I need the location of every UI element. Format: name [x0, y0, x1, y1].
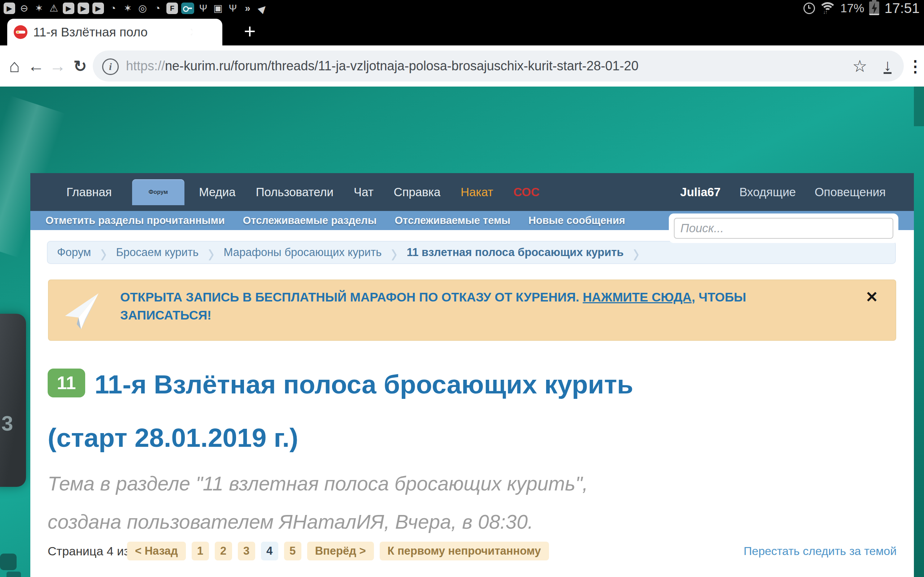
chevron-separator-icon: ›: [208, 236, 214, 269]
breadcrumb-marathons[interactable]: Марафоны бросающих курить: [224, 246, 382, 259]
status-clock: 17:51: [884, 0, 920, 16]
nav-item-glavnaya[interactable]: Главная: [66, 185, 112, 199]
pagination-buttons: < Назад 1 2 3 4 5 Вперёд > К первому неп…: [127, 542, 549, 561]
thread-title: 11-я Взлётная полоса бросающих курить (с…: [48, 358, 881, 464]
video-play-icon: ▶: [3, 3, 15, 14]
reload-button[interactable]: ↻: [69, 45, 91, 87]
page-button-1[interactable]: 1: [192, 542, 209, 561]
chevron-separator-icon: ›: [100, 236, 107, 269]
notification-icons: ▶ ⊖ ✶ ⚠ ▶ ▶ ▶ ◔ ✶ ◎ ◔ F Ψ ▣ Ψ » ▶: [0, 3, 268, 14]
banner-text-line2: ЗАПИСАТЬСЯ!: [120, 308, 212, 322]
nav-item-users[interactable]: Пользователи: [256, 185, 333, 199]
breadcrumb-forum[interactable]: Форум: [57, 246, 91, 259]
page-counter: Страница 4 из 5: [48, 542, 140, 561]
key-icon: [181, 3, 194, 14]
subnav-watched-forums[interactable]: Отслеживаемые разделы: [243, 214, 377, 226]
nav-left-group: Главная Форум Медиа Пользователи Чат Спр…: [30, 179, 560, 205]
marathon-banner: ОТКРЫТА ЗАПИСЬ В БЕСПЛАТНЫЙ МАРАФОН ПО О…: [48, 279, 896, 341]
subnav-watched-threads[interactable]: Отслеживаемые темы: [395, 214, 511, 226]
status-right-cluster: ↓↑ 17% 17:51: [803, 0, 920, 16]
home-button[interactable]: ⌂: [3, 45, 25, 87]
tab-title: 11-я Взлётная поло: [33, 25, 185, 39]
page-button-4-current[interactable]: 4: [261, 542, 278, 561]
nav-username[interactable]: Julia67: [680, 185, 721, 199]
nav-right-group: Julia67 Входящие Оповещения: [680, 185, 914, 199]
forum-main-nav: Главная Форум Медиа Пользователи Чат Спр…: [30, 173, 914, 211]
wallpaper-right-band: [914, 87, 924, 126]
address-bar[interactable]: i https://ne-kurim.ru/forum/threads/11-j…: [93, 50, 904, 82]
tab-title-fade: [171, 19, 200, 45]
nav-alerts[interactable]: Оповещения: [815, 185, 886, 199]
nav-item-sos[interactable]: СОС: [513, 185, 540, 199]
nav-item-nakat[interactable]: Накат: [460, 185, 493, 199]
search-input[interactable]: [674, 218, 893, 239]
url-scheme: https://: [126, 58, 165, 74]
horns-hand-icon: Ψ: [197, 3, 209, 14]
breadcrumb-current[interactable]: 11 взлетная полоса бросающих курить: [407, 246, 624, 259]
youtube-icon-3: ▶: [92, 3, 104, 14]
banner-close-icon[interactable]: ✕: [866, 288, 878, 306]
thread-subtitle-line2: создана пользователем ЯНаталИЯ, Вчера, в…: [48, 511, 533, 533]
nav-item-forum-active[interactable]: Форум: [132, 179, 185, 205]
thread-subtitle: Тема в разделе "11 взлетная полоса броса…: [48, 464, 881, 541]
flipboard-icon: F: [166, 3, 178, 14]
site-favicon-icon: [14, 25, 27, 39]
page-button-5[interactable]: 5: [284, 542, 301, 561]
battery-percent: 17%: [840, 2, 864, 15]
banner-text-post: , ЧТОБЫ: [691, 290, 746, 304]
nav-item-chat[interactable]: Чат: [354, 185, 373, 199]
browser-tab[interactable]: 11-я Взлётная поло ✕: [7, 19, 222, 45]
warning-icon: ⚠: [48, 3, 60, 14]
nav-inbox[interactable]: Входящие: [739, 185, 795, 199]
wallpaper-digit: 3: [2, 411, 13, 435]
fast-forward-icon: »: [242, 3, 254, 14]
horns-hand-icon-2: Ψ: [227, 3, 239, 14]
url-fade: [818, 52, 851, 80]
banner-link[interactable]: НАЖМИТЕ СЮДА: [583, 290, 691, 304]
twitch-icon: ▣: [212, 3, 224, 14]
download-arrow: ↓: [884, 58, 892, 74]
youtube-icon-2: ▶: [78, 3, 89, 14]
breadcrumb: Форум › Бросаем курить › Марафоны бросаю…: [47, 241, 896, 264]
download-icon[interactable]: ↓: [877, 50, 898, 82]
power-icon: ◎: [137, 3, 149, 14]
breadcrumb-quit-smoking[interactable]: Бросаем курить: [116, 246, 199, 259]
banner-text: ОТКРЫТА ЗАПИСЬ В БЕСПЛАТНЫЙ МАРАФОН ПО О…: [120, 288, 835, 324]
browser-tab-strip: 11-я Взлётная поло ✕ +: [0, 16, 924, 45]
page-info-icon[interactable]: i: [102, 58, 119, 75]
page-button-3[interactable]: 3: [238, 542, 255, 561]
android-status-bar: ▶ ⊖ ✶ ⚠ ▶ ▶ ▶ ◔ ✶ ◎ ◔ F Ψ ▣ Ψ » ▶ ↓↑ 17%: [0, 0, 924, 16]
next-page-button[interactable]: Вперёд >: [307, 542, 374, 561]
page-background: 3 Главная Форум Медиа Пользователи Чат С…: [0, 87, 924, 577]
chrome-icon-2: ◔: [152, 3, 163, 14]
prev-page-button[interactable]: < Назад: [127, 542, 186, 561]
avast-icon-2: ✶: [122, 3, 134, 14]
browser-toolbar: ⌂ ← → ↻ i https://ne-kurim.ru/forum/thre…: [0, 45, 924, 87]
bookmark-star-icon[interactable]: ☆: [849, 50, 871, 82]
first-unread-button[interactable]: К первому непрочитанному: [380, 542, 549, 561]
back-button[interactable]: ←: [25, 45, 47, 87]
subnav-mark-read[interactable]: Отметить разделы прочитанными: [45, 214, 225, 226]
thread-title-line2: (старт 28.01.2019 г.): [48, 423, 298, 452]
telegram-icon: ▶: [254, 0, 270, 16]
forward-button: →: [47, 45, 69, 87]
new-tab-button[interactable]: +: [235, 16, 264, 45]
thread-title-line1: 11-я Взлётная полоса бросающих курить: [95, 370, 633, 399]
alarm-clock-icon: [803, 3, 815, 14]
chevron-separator-icon: ›: [391, 236, 397, 269]
url-text[interactable]: https://ne-kurim.ru/forum/threads/11-ja-…: [126, 50, 848, 82]
screen: ▶ ⊖ ✶ ⚠ ▶ ▶ ▶ ◔ ✶ ◎ ◔ F Ψ ▣ Ψ » ▶ ↓↑ 17%: [0, 0, 924, 577]
do-not-disturb-icon: ⊖: [18, 3, 30, 14]
nav-item-media[interactable]: Медиа: [199, 185, 236, 199]
unwatch-thread-link[interactable]: Перестать следить за темой: [743, 542, 897, 561]
wallpaper-phone-object: [0, 314, 26, 487]
url-path: ne-kurim.ru/forum/threads/11-ja-vzljotna…: [165, 58, 638, 74]
subnav-new-posts[interactable]: Новые сообщения: [528, 214, 625, 226]
nav-item-help[interactable]: Справка: [394, 185, 440, 199]
wifi-traffic-arrows-icon: ↓↑: [823, 9, 827, 15]
thread-subtitle-line1: Тема в разделе "11 взлетная полоса броса…: [48, 472, 588, 495]
page-button-2[interactable]: 2: [215, 542, 232, 561]
chevron-separator-icon: ›: [633, 236, 639, 269]
paper-plane-icon: [62, 289, 103, 333]
browser-menu-icon[interactable]: ⋮: [907, 45, 924, 87]
